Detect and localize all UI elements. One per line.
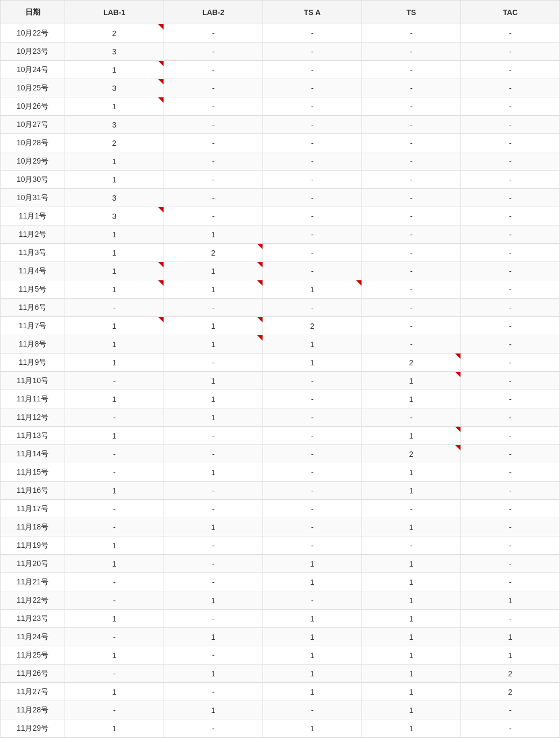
cell-lab1: 2 [65,24,164,43]
cell-date: 11月21号 [1,573,65,591]
cell-tsa: - [263,43,362,61]
table-row: 10月31号3---- [1,189,560,207]
cell-tsa: - [263,225,362,244]
cell-tsa: - [263,463,362,482]
table-row: 11月29号1-11- [1,719,560,738]
cell-tac: - [461,463,560,482]
cell-ts: - [362,299,461,317]
cell-ts: - [362,79,461,97]
cell-ts: 2 [362,445,461,463]
table-row: 11月23号1-11- [1,610,560,628]
cell-date: 11月19号 [1,536,65,555]
cell-tac: - [461,317,560,335]
table-row: 11月8号111-- [1,335,560,354]
header-row: 日期 LAB-1 LAB-2 TS A TS TAC [1,1,560,24]
table-row: 11月4号11--- [1,262,560,280]
cell-lab1: 1 [65,719,164,738]
cell-date: 11月18号 [1,518,65,536]
cell-date: 11月24号 [1,628,65,646]
cell-ts: 1 [362,555,461,573]
cell-tsa: - [263,207,362,225]
table-body: 10月22号2----10月23号3----10月24号1----10月25号3… [1,24,560,738]
cell-tac: - [461,445,560,463]
cell-ts: - [362,61,461,79]
cell-ts: - [362,171,461,189]
table-row: 11月5号111-- [1,280,560,299]
cell-date: 10月30号 [1,171,65,189]
cell-ts: - [362,207,461,225]
cell-tsa: - [263,482,362,500]
cell-ts: - [362,152,461,171]
cell-date: 10月23号 [1,43,65,61]
cell-tac: - [461,701,560,719]
table-row: 10月30号1---- [1,171,560,189]
cell-tac: - [461,244,560,262]
cell-ts: - [362,189,461,207]
cell-lab2: - [164,207,263,225]
cell-ts: - [362,43,461,61]
cell-lab1: - [65,372,164,390]
cell-ts: 1 [362,683,461,701]
cell-tsa: - [263,390,362,408]
cell-lab2: - [164,299,263,317]
cell-lab1: 1 [65,97,164,116]
cell-lab1: - [65,701,164,719]
cell-lab2: 1 [164,372,263,390]
cell-tac: 1 [461,646,560,665]
table-row: 10月24号1---- [1,61,560,79]
table-row: 10月27号3---- [1,116,560,134]
table-row: 11月2号11--- [1,225,560,244]
cell-tsa: - [263,171,362,189]
cell-tsa: 1 [263,573,362,591]
cell-lab1: 1 [65,262,164,280]
cell-lab1: 1 [65,152,164,171]
cell-lab2: - [164,43,263,61]
cell-lab1: - [65,463,164,482]
cell-date: 11月29号 [1,719,65,738]
cell-tac: - [461,134,560,152]
cell-ts: 1 [362,701,461,719]
cell-tsa: - [263,445,362,463]
cell-lab2: - [164,536,263,555]
cell-tac: - [461,390,560,408]
cell-lab2: 1 [164,280,263,299]
cell-ts: - [362,335,461,354]
table-row: 11月11号11-1- [1,390,560,408]
cell-tsa: - [263,116,362,134]
cell-tsa: - [263,701,362,719]
cell-lab2: - [164,646,263,665]
cell-lab1: 1 [65,171,164,189]
cell-tsa: - [263,262,362,280]
cell-lab1: 1 [65,225,164,244]
cell-lab1: 1 [65,280,164,299]
cell-ts: - [362,408,461,427]
col-header-date: 日期 [1,1,65,24]
cell-lab2: - [164,500,263,518]
cell-lab1: - [65,573,164,591]
cell-date: 11月13号 [1,427,65,445]
col-header-ts: TS [362,1,461,24]
cell-tac: - [461,97,560,116]
cell-lab1: - [65,665,164,683]
cell-lab2: - [164,97,263,116]
cell-date: 10月31号 [1,189,65,207]
cell-date: 11月25号 [1,646,65,665]
cell-tsa: - [263,408,362,427]
cell-lab1: 1 [65,317,164,335]
cell-lab2: - [164,134,263,152]
cell-ts: 1 [362,573,461,591]
cell-ts: - [362,225,461,244]
cell-ts: 1 [362,665,461,683]
cell-ts: - [362,24,461,43]
cell-lab2: - [164,171,263,189]
table-row: 11月15号-1-1- [1,463,560,482]
cell-ts: - [362,97,461,116]
cell-lab1: 3 [65,79,164,97]
cell-tsa: - [263,299,362,317]
cell-tac: - [461,372,560,390]
cell-lab1: 1 [65,244,164,262]
cell-lab2: 1 [164,628,263,646]
col-header-tsa: TS A [263,1,362,24]
cell-tac: - [461,152,560,171]
cell-tsa: - [263,536,362,555]
